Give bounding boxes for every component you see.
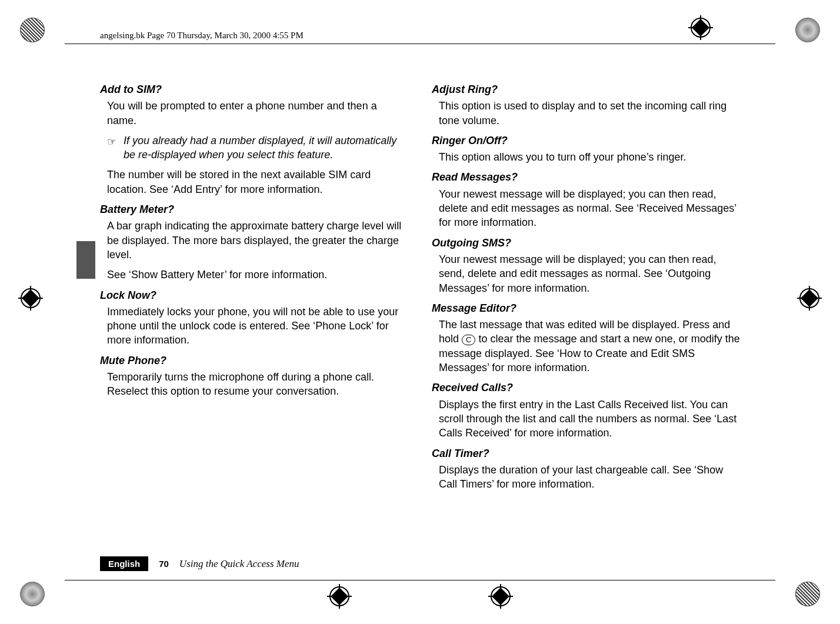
section-message-editor: Message Editor? [432, 301, 740, 315]
body-text: You will be prompted to enter a phone nu… [107, 99, 408, 128]
crop-line [65, 44, 775, 44]
footer-language: English [100, 556, 148, 571]
section-battery-meter: Battery Meter? [100, 202, 408, 216]
body-text: Temporarily turns the microphone off dur… [107, 370, 408, 399]
right-column: Adjust Ring? This option is used to disp… [432, 76, 740, 559]
crosshair-icon [329, 586, 349, 606]
crop-line [65, 580, 775, 580]
body-text: Displays the first entry in the Last Cal… [439, 398, 740, 441]
body-text: Immediately locks your phone, you will n… [107, 305, 408, 348]
note-text: ☞ If you already had a number displayed,… [124, 134, 408, 162]
body-text: See ‘Show Battery Meter’ for more inform… [107, 268, 408, 282]
body-text: The last message that was edited will be… [439, 318, 740, 375]
section-received-calls: Received Calls? [432, 381, 740, 395]
section-add-to-sim: Add to SIM? [100, 82, 408, 96]
section-mute-phone: Mute Phone? [100, 353, 408, 368]
crosshair-icon [491, 586, 511, 606]
crosshair-icon [691, 18, 711, 38]
print-mark-icon [795, 582, 820, 606]
crosshair-icon [21, 288, 41, 308]
side-tab [76, 241, 95, 279]
page-content: Add to SIM? You will be prompted to ente… [100, 76, 740, 559]
section-read-messages: Read Messages? [432, 170, 740, 184]
section-call-timer: Call Timer? [432, 446, 740, 461]
body-text: Your newest message will be displayed; y… [439, 187, 740, 230]
section-ringer-onoff: Ringer On/Off? [432, 134, 740, 148]
page-footer: English 70 Using the Quick Access Menu [100, 556, 740, 571]
section-adjust-ring: Adjust Ring? [432, 82, 740, 96]
print-mark-icon [795, 18, 820, 42]
footer-page-number: 70 [159, 559, 169, 569]
body-text: Your newest message will be displayed; y… [439, 252, 740, 295]
section-lock-now: Lock Now? [100, 288, 408, 302]
header-filename: angelsing.bk Page 70 Thursday, March 30,… [100, 31, 304, 41]
body-text-part: to clear the message and start a new one… [439, 333, 740, 373]
body-text: Displays the duration of your last charg… [439, 463, 740, 492]
section-outgoing-sms: Outgoing SMS? [432, 236, 740, 250]
hand-pointing-icon: ☞ [107, 135, 116, 149]
body-text: This option is used to display and to se… [439, 99, 740, 128]
c-button-icon: C [462, 335, 475, 345]
body-text: The number will be stored in the next av… [107, 168, 408, 196]
body-text: A bar graph indicating the approximate b… [107, 219, 408, 262]
footer-section-title: Using the Quick Access Menu [179, 558, 299, 570]
print-mark-icon [20, 582, 45, 606]
left-column: Add to SIM? You will be prompted to ente… [100, 76, 408, 559]
crosshair-icon [799, 288, 819, 308]
print-mark-icon [20, 18, 45, 42]
note-body: If you already had a number displayed, i… [124, 135, 396, 161]
body-text: This option allows you to turn off your … [439, 150, 740, 164]
